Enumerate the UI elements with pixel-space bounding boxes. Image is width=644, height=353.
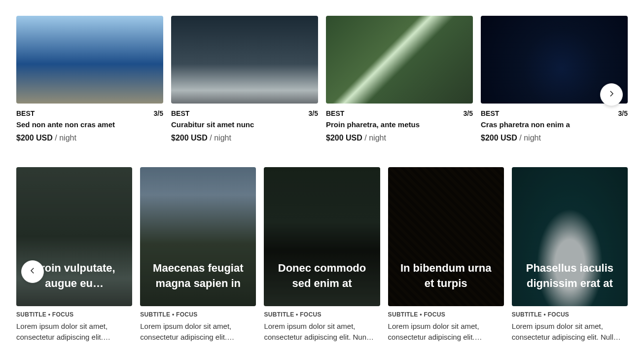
- listing-price: $200 USD / night: [326, 134, 473, 142]
- listing-meta: BEST 3/5: [16, 109, 163, 117]
- listing-rating: 3/5: [464, 109, 473, 117]
- listing-image: [16, 16, 163, 104]
- listing-meta: BEST 3/5: [481, 109, 628, 117]
- listing-price: $200 USD / night: [16, 134, 163, 142]
- listing-card[interactable]: BEST 3/5 Cras pharetra non enim a $200 U…: [481, 16, 628, 142]
- featured-description: Lorem ipsum dolor sit amet, consectetur …: [388, 321, 504, 343]
- featured-card[interactable]: In bibendum urna et turpis SUBTITLE • FO…: [388, 167, 504, 343]
- listing-rating: 3/5: [309, 109, 318, 117]
- listing-badge: BEST: [16, 109, 35, 117]
- price-per: / night: [364, 134, 386, 142]
- listing-title: Sed non ante non cras amet: [16, 120, 163, 129]
- listing-badge: BEST: [481, 109, 499, 117]
- price-amount: $200 USD: [16, 134, 53, 142]
- listing-title: Curabitur sit amet nunc: [171, 120, 318, 129]
- price-per: / night: [55, 134, 76, 142]
- featured-description: Lorem ipsum dolor sit amet, consectetur …: [264, 321, 380, 343]
- listing-meta: BEST 3/5: [326, 109, 473, 117]
- listing-badge: BEST: [326, 109, 344, 117]
- featured-card[interactable]: Donec commodo sed enim at SUBTITLE • FOC…: [264, 167, 380, 343]
- featured-title: Donec commodo sed enim at: [264, 261, 380, 306]
- listing-price: $200 USD / night: [171, 134, 318, 142]
- featured-image: Maecenas feugiat magna sapien in: [140, 167, 256, 306]
- featured-image: Donec commodo sed enim at: [264, 167, 380, 306]
- featured-image: In bibendum urna et turpis: [388, 167, 504, 306]
- listing-card[interactable]: BEST 3/5 Sed non ante non cras amet $200…: [16, 16, 163, 142]
- listing-card[interactable]: BEST 3/5 Curabitur sit amet nunc $200 US…: [171, 16, 318, 142]
- featured-title: Maecenas feugiat magna sapien in: [140, 261, 256, 306]
- price-amount: $200 USD: [171, 134, 208, 142]
- featured-subtitle: SUBTITLE • FOCUS: [388, 311, 504, 318]
- listing-rating: 3/5: [618, 109, 628, 117]
- price-amount: $200 USD: [326, 134, 362, 142]
- listings-row: BEST 3/5 Sed non ante non cras amet $200…: [16, 16, 628, 142]
- featured-card[interactable]: Proin vulputate, augue eu… SUBTITLE • FO…: [16, 167, 132, 343]
- featured-subtitle: SUBTITLE • FOCUS: [140, 311, 256, 318]
- listing-badge: BEST: [171, 109, 189, 117]
- featured-subtitle: SUBTITLE • FOCUS: [264, 311, 380, 318]
- listing-image: [326, 16, 473, 104]
- featured-row: Proin vulputate, augue eu… SUBTITLE • FO…: [16, 167, 628, 343]
- featured-card[interactable]: Maecenas feugiat magna sapien in SUBTITL…: [140, 167, 256, 343]
- listing-price: $200 USD / night: [481, 134, 628, 142]
- listing-title: Cras pharetra non enim a: [481, 120, 628, 129]
- featured-description: Lorem ipsum dolor sit amet, consectetur …: [140, 321, 256, 343]
- carousel-prev-button[interactable]: [21, 260, 44, 283]
- chevron-left-icon: [28, 266, 37, 277]
- listing-rating: 3/5: [154, 109, 163, 117]
- listing-image: [171, 16, 318, 104]
- carousel-next-button[interactable]: [600, 83, 623, 106]
- price-per: / night: [210, 134, 231, 142]
- price-amount: $200 USD: [481, 134, 517, 142]
- featured-description: Lorem ipsum dolor sit amet, consectetur …: [16, 321, 132, 343]
- featured-image: Proin vulputate, augue eu…: [16, 167, 132, 306]
- listing-card[interactable]: BEST 3/5 Proin pharetra, ante metus $200…: [326, 16, 473, 142]
- chevron-right-icon: [607, 89, 616, 100]
- featured-title: Phasellus iaculis dignissim erat at: [512, 261, 628, 306]
- featured-description: Lorem ipsum dolor sit amet, consectetur …: [512, 321, 628, 343]
- featured-card[interactable]: Phasellus iaculis dignissim erat at SUBT…: [512, 167, 628, 343]
- featured-subtitle: SUBTITLE • FOCUS: [512, 311, 628, 318]
- listing-meta: BEST 3/5: [171, 109, 318, 117]
- price-per: / night: [519, 134, 541, 142]
- featured-title: In bibendum urna et turpis: [388, 261, 504, 306]
- featured-subtitle: SUBTITLE • FOCUS: [16, 311, 132, 318]
- featured-image: Phasellus iaculis dignissim erat at: [512, 167, 628, 306]
- listing-title: Proin pharetra, ante metus: [326, 120, 473, 129]
